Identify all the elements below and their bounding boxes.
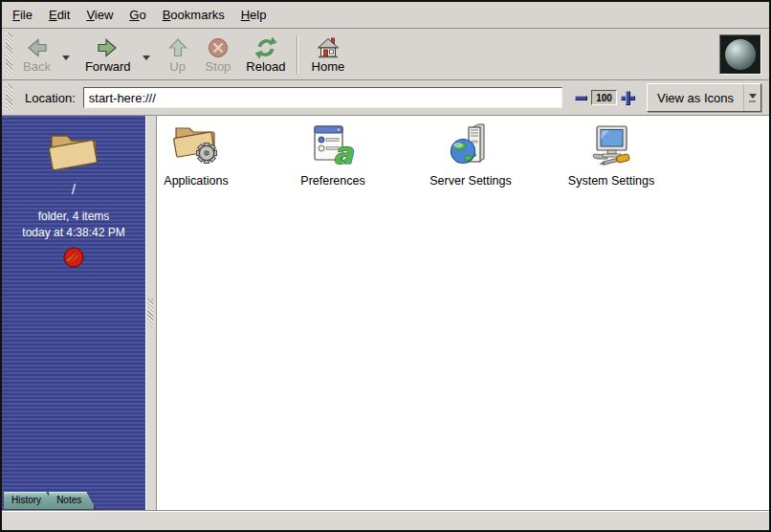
- icon-item-system-settings[interactable]: System Settings: [571, 122, 651, 188]
- menu-help[interactable]: Help: [241, 8, 267, 22]
- stop-icon: [206, 35, 231, 60]
- zoom-level-indicator: 100: [591, 90, 617, 105]
- home-button[interactable]: Home: [304, 33, 353, 76]
- up-button[interactable]: Up: [158, 33, 198, 76]
- applications-folder-icon: [172, 122, 220, 171]
- location-input[interactable]: [83, 87, 562, 108]
- forward-button-label: Forward: [85, 60, 131, 74]
- menu-bar: File Edit View Go Bookmarks Help: [2, 2, 769, 29]
- icon-view: Applications a Preferences: [157, 116, 769, 510]
- sidebar-splitter[interactable]: [145, 116, 157, 510]
- stop-button-label: Stop: [206, 60, 231, 74]
- tab-history[interactable]: History: [4, 492, 55, 509]
- sidebar-tabs: History Notes: [4, 492, 96, 509]
- sidebar-panel: / folder, 4 items today at 4:38:42 PM Hi…: [2, 116, 145, 510]
- view-mode-selector[interactable]: View as Icons: [647, 83, 761, 112]
- no-write-emblem-icon: [63, 247, 84, 272]
- content-area: / folder, 4 items today at 4:38:42 PM Hi…: [2, 116, 769, 510]
- dropdown-arrow-icon: [743, 84, 760, 111]
- chevron-down-icon: [62, 55, 70, 60]
- chevron-down-icon: [143, 55, 150, 60]
- icon-item-preferences[interactable]: a Preferences: [293, 122, 373, 188]
- system-settings-icon: [588, 122, 634, 171]
- icon-label: System Settings: [568, 174, 654, 188]
- forward-history-dropdown[interactable]: [139, 33, 154, 76]
- view-mode-label: View as Icons: [648, 84, 743, 111]
- forward-arrow-icon: [96, 35, 121, 60]
- icon-label: Preferences: [300, 174, 364, 188]
- status-bar: [2, 510, 769, 530]
- server-settings-icon: [448, 122, 494, 171]
- zoom-out-minus-icon[interactable]: [575, 96, 587, 100]
- back-button-label: Back: [23, 60, 51, 74]
- home-icon: [316, 35, 341, 60]
- sidebar-folder-details: folder, 4 items: [38, 210, 110, 223]
- icon-label: Applications: [164, 174, 228, 188]
- menu-go[interactable]: Go: [129, 8, 145, 22]
- sphere-icon: [725, 39, 756, 70]
- up-arrow-icon: [165, 35, 190, 60]
- icon-item-applications[interactable]: Applications: [157, 122, 236, 188]
- menu-file[interactable]: File: [12, 8, 33, 22]
- svg-text:a: a: [333, 136, 354, 167]
- splitter-drag-handle[interactable]: [147, 299, 153, 327]
- location-bar: Location: 100 View as Icons: [2, 80, 769, 116]
- preferences-icon: a: [310, 122, 356, 171]
- file-manager-window: File Edit View Go Bookmarks Help Back: [0, 0, 771, 532]
- toolbar: Back Forward Up: [2, 29, 769, 80]
- home-button-label: Home: [312, 60, 345, 74]
- menu-edit[interactable]: Edit: [49, 8, 70, 22]
- back-button[interactable]: Back: [15, 33, 58, 76]
- reload-button-label: Reload: [246, 60, 285, 74]
- menu-view[interactable]: View: [86, 8, 113, 22]
- reload-icon: [253, 35, 278, 60]
- icon-item-server-settings[interactable]: Server Settings: [430, 122, 511, 188]
- location-label: Location:: [25, 91, 76, 105]
- icon-label: Server Settings: [430, 174, 511, 188]
- zoom-in-plus-icon[interactable]: [621, 91, 635, 105]
- forward-button[interactable]: Forward: [77, 33, 139, 76]
- stop-button[interactable]: Stop: [198, 33, 239, 76]
- back-arrow-icon: [24, 35, 49, 60]
- location-bar-drag-handle[interactable]: [6, 84, 12, 111]
- open-folder-icon: [47, 127, 100, 175]
- reload-button[interactable]: Reload: [238, 33, 293, 76]
- toolbar-drag-handle[interactable]: [6, 33, 12, 76]
- up-button-label: Up: [169, 60, 186, 74]
- tab-notes[interactable]: Notes: [49, 492, 96, 509]
- zoom-control: 100: [575, 90, 635, 105]
- menu-bookmarks[interactable]: Bookmarks: [163, 8, 225, 22]
- back-history-dropdown[interactable]: [58, 33, 74, 76]
- toolbar-separator: [297, 35, 297, 74]
- sidebar-location-name: /: [72, 182, 76, 197]
- nautilus-sphere-throbber-icon: [719, 34, 761, 75]
- sidebar-modified-time: today at 4:38:42 PM: [22, 226, 124, 239]
